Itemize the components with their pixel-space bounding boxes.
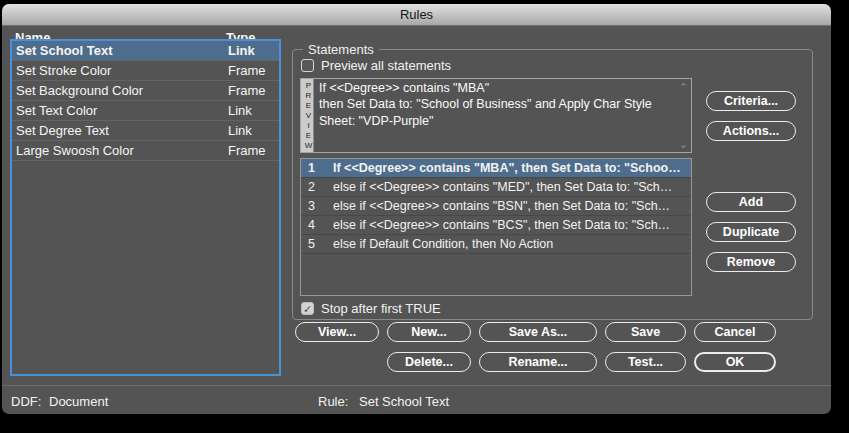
cancel-button[interactable]: Cancel <box>694 322 776 342</box>
delete-button[interactable]: Delete... <box>387 352 471 372</box>
add-button[interactable]: Add <box>706 192 796 212</box>
rule-name: Set Stroke Color <box>16 61 111 81</box>
preview-line: Sheet: "VDP-Purple" <box>319 113 652 129</box>
statement-number: 3 <box>308 197 315 216</box>
rule-label: Rule: <box>318 394 348 409</box>
criteria-button[interactable]: Criteria... <box>706 91 796 111</box>
statement-text: else if Default Condition, then No Actio… <box>333 235 689 254</box>
checkbox-checked-icon: ✓ <box>301 302 314 315</box>
statements-group-label: Statements <box>303 42 379 57</box>
rule-name: Set Text Color <box>16 101 97 121</box>
rule-type: Link <box>228 41 255 61</box>
statement-text: else if <<Degree>> contains "MED", then … <box>333 178 689 197</box>
window-title: Rules <box>400 7 433 22</box>
status-bar: DDF: Document Rule: Set School Text <box>2 385 831 414</box>
preview-text: If <<Degree>> contains "MBA" then Set Da… <box>314 79 666 152</box>
rule-name: Large Swoosh Color <box>16 141 134 161</box>
statement-preview-pane[interactable]: PREVIEW If <<Degree>> contains "MBA" the… <box>300 78 692 153</box>
statement-text: If <<Degree>> contains "MBA", then Set D… <box>333 159 689 178</box>
statement-number: 1 <box>308 159 315 178</box>
statement-row-5[interactable]: 5 else if Default Condition, then No Act… <box>301 235 691 254</box>
statement-row-2[interactable]: 2 else if <<Degree>> contains "MED", the… <box>301 178 691 197</box>
statement-number: 5 <box>308 235 315 254</box>
rule-type: Frame <box>228 81 266 101</box>
rename-button[interactable]: Rename... <box>479 352 597 372</box>
statement-row-1[interactable]: 1 If <<Degree>> contains "MBA", then Set… <box>301 159 691 178</box>
rule-row-large-swoosh-color[interactable]: Large Swoosh Color Frame <box>12 141 279 161</box>
preview-all-statements-checkbox[interactable]: Preview all statements <box>301 58 451 73</box>
checkbox-label: Preview all statements <box>321 58 451 73</box>
ddf-label: DDF: <box>11 394 41 409</box>
statement-row-3[interactable]: 3 else if <<Degree>> contains "BSN", the… <box>301 197 691 216</box>
new-button[interactable]: New... <box>387 322 471 342</box>
duplicate-button[interactable]: Duplicate <box>706 222 796 242</box>
statement-number: 4 <box>308 216 315 235</box>
rule-row-set-text-color[interactable]: Set Text Color Link <box>12 101 279 121</box>
statements-groupbox: Statements Preview all statements PREVIE… <box>292 49 813 320</box>
window-titlebar[interactable]: Rules <box>2 4 831 26</box>
save-button[interactable]: Save <box>605 322 686 342</box>
statement-text: else if <<Degree>> contains "BCS", then … <box>333 216 689 235</box>
rule-row-set-degree-text[interactable]: Set Degree Text Link <box>12 121 279 141</box>
rules-dialog: Rules Name Type Set School Text Link Set… <box>2 4 831 414</box>
chevron-up-icon[interactable]: ⌃ <box>679 82 688 92</box>
stop-after-first-true-checkbox[interactable]: ✓ Stop after first TRUE <box>301 301 441 316</box>
ddf-value: Document <box>49 394 108 409</box>
test-button[interactable]: Test... <box>605 352 686 372</box>
chevron-down-icon[interactable]: ⌄ <box>679 139 688 149</box>
preview-line: then Set Data to: "School of Business" a… <box>319 96 652 112</box>
statement-row-4[interactable]: 4 else if <<Degree>> contains "BCS", the… <box>301 216 691 235</box>
statement-number: 2 <box>308 178 315 197</box>
rule-name: Set School Text <box>16 41 113 61</box>
rule-value: Set School Text <box>359 394 449 409</box>
rule-row-set-school-text[interactable]: Set School Text Link <box>12 41 279 61</box>
checkbox-label: Stop after first TRUE <box>321 301 441 316</box>
preview-vertical-label: PREVIEW <box>301 79 314 152</box>
remove-button[interactable]: Remove <box>706 252 796 272</box>
rule-row-set-stroke-color[interactable]: Set Stroke Color Frame <box>12 61 279 81</box>
statements-list: 1 If <<Degree>> contains "MBA", then Set… <box>300 158 692 296</box>
rule-row-set-background-color[interactable]: Set Background Color Frame <box>12 81 279 101</box>
preview-line: If <<Degree>> contains "MBA" <box>319 80 652 96</box>
rule-type: Link <box>228 121 252 141</box>
rule-name: Set Degree Text <box>16 121 109 141</box>
rule-type: Frame <box>228 61 266 81</box>
save-as-button[interactable]: Save As... <box>479 322 597 342</box>
rules-list: Set School Text Link Set Stroke Color Fr… <box>10 39 281 376</box>
rule-type: Link <box>228 101 252 121</box>
rule-type: Frame <box>228 141 266 161</box>
actions-button[interactable]: Actions... <box>706 121 796 141</box>
statement-text: else if <<Degree>> contains "BSN", then … <box>333 197 689 216</box>
view-button[interactable]: View... <box>295 322 379 342</box>
rule-name: Set Background Color <box>16 81 143 101</box>
checkbox-unchecked-icon <box>301 59 314 72</box>
ok-button[interactable]: OK <box>694 352 776 372</box>
